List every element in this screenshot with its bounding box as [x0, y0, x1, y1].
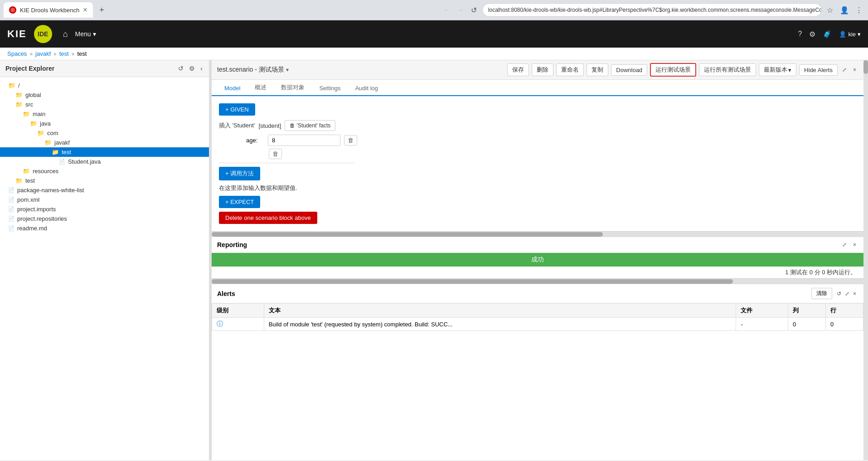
tree-item[interactable]: 📄project.imports: [0, 204, 209, 214]
tab-数据对象[interactable]: 数据对象: [274, 80, 312, 96]
breadcrumb-sep2: »: [53, 51, 57, 57]
student-facts-button[interactable]: 🗑 'Student' facts: [285, 120, 335, 131]
breadcrumb-test1[interactable]: test: [59, 50, 69, 57]
horizontal-scrollbar[interactable]: [212, 231, 863, 237]
app-header: KIE IDE ⌂ Menu ▾ ? ⚙ 🧳 👤 kie ▾: [0, 20, 868, 48]
add-field-button[interactable]: 🗑: [269, 149, 282, 159]
sidebar-refresh-icon[interactable]: ↺: [177, 64, 184, 73]
given-row: 插入 'Student' [student] 🗑 'Student' facts: [219, 120, 856, 131]
tree-item[interactable]: 📁main: [0, 109, 209, 119]
alerts-expand-icon[interactable]: ⤢: [843, 290, 851, 298]
tree-item[interactable]: 📄package-names-white-list: [0, 185, 209, 195]
ide-badge: IDE: [34, 25, 52, 43]
tree-item-label: Student.java: [68, 158, 101, 165]
tree-item[interactable]: 📁src: [0, 100, 209, 109]
hide-alerts-button[interactable]: Hide Alerts: [799, 64, 838, 76]
more-icon[interactable]: ⋮: [853, 5, 864, 15]
alerts-close-icon[interactable]: ×: [851, 290, 858, 298]
reporting-scroll-area[interactable]: [212, 278, 863, 284]
tree-item-label: global: [25, 92, 41, 98]
alerts-refresh-icon[interactable]: ↺: [835, 290, 843, 298]
expand-editor-icon[interactable]: ⤢: [840, 66, 849, 74]
address-bar[interactable]: localhost:8080/kie-drools-wb/kie-drools-…: [482, 3, 822, 17]
question-icon[interactable]: ?: [798, 30, 802, 38]
success-bar: 成功: [212, 253, 863, 267]
browser-controls: ← → ↺: [441, 5, 480, 15]
tree-item[interactable]: 📄readme.md: [0, 223, 209, 233]
tree-item-label: package-names-white-list: [17, 187, 84, 194]
address-text: localhost:8080/kie-drools-wb/kie-drools-…: [488, 7, 822, 13]
profile-icon[interactable]: 👤: [839, 5, 850, 15]
close-editor-icon[interactable]: ×: [851, 66, 858, 74]
tree-item-label: test: [25, 177, 35, 184]
tab-close-btn[interactable]: ×: [83, 6, 87, 14]
right-scrollbar[interactable]: [863, 60, 868, 460]
breadcrumb-sep1: »: [29, 51, 33, 57]
given-button[interactable]: + GIVEN: [219, 103, 255, 116]
invoke-button[interactable]: + 调用方法: [219, 167, 260, 180]
briefcase-icon[interactable]: 🧳: [823, 30, 832, 39]
tree-item[interactable]: 📁com: [0, 128, 209, 138]
sidebar-tree: 📁/📁global📁src📁main📁java📁com📁javakf📁test📄…: [0, 77, 209, 460]
tree-item[interactable]: 📁resources: [0, 166, 209, 176]
tab-bar: Model概述数据对象SettingsAudit log: [212, 80, 863, 96]
run-test-button[interactable]: 运行测试场景: [650, 63, 696, 77]
save-button[interactable]: 保存: [507, 63, 529, 76]
age-input[interactable]: [268, 135, 340, 146]
gear-icon[interactable]: ⚙: [809, 30, 815, 39]
tree-item[interactable]: 📁java: [0, 119, 209, 128]
alerts-title: Alerts: [217, 290, 811, 297]
tree-item[interactable]: 📁javakf: [0, 138, 209, 147]
browser-tab[interactable]: KIE Drools Workbench ×: [4, 2, 93, 18]
tree-item-label: project.repositories: [17, 215, 67, 222]
tree-item-label: pom.xml: [17, 196, 39, 203]
col-col: 列: [788, 304, 826, 318]
breadcrumb-sep3: »: [72, 51, 75, 57]
alerts-header: Alerts 清除 ↺ ⤢ ×: [212, 284, 863, 303]
home-icon[interactable]: ⌂: [63, 29, 68, 39]
back-button[interactable]: ←: [441, 5, 452, 15]
delete-scenario-button[interactable]: Delete one scenario block above: [219, 212, 317, 224]
sidebar-collapse-icon[interactable]: ‹: [199, 64, 204, 73]
reporting-close-icon[interactable]: ×: [851, 241, 858, 249]
tree-item[interactable]: 📁test: [0, 176, 209, 185]
refresh-button[interactable]: ↺: [469, 5, 480, 15]
tab-settings[interactable]: Settings: [312, 81, 348, 96]
expect-button[interactable]: + EXPECT: [219, 196, 260, 208]
new-tab-button[interactable]: +: [96, 4, 108, 16]
tree-item[interactable]: 📄Student.java: [0, 157, 209, 166]
sidebar-settings-icon[interactable]: ⚙: [188, 64, 196, 73]
tree-item[interactable]: 📁/: [0, 81, 209, 90]
tab-model[interactable]: Model: [217, 81, 247, 96]
latest-version-group: 最新版本 ▾: [759, 63, 796, 76]
tree-item[interactable]: 📁test: [0, 147, 209, 157]
col-file: 文件: [736, 304, 788, 318]
forward-button[interactable]: →: [455, 5, 466, 15]
tree-item[interactable]: 📄project.repositories: [0, 214, 209, 223]
title-dropdown-icon[interactable]: ▾: [286, 67, 289, 73]
sidebar-title: Project Explorer: [5, 65, 177, 72]
tree-item[interactable]: 📄pom.xml: [0, 195, 209, 204]
bookmark-icon[interactable]: ☆: [824, 5, 835, 15]
project-explorer: Project Explorer ↺ ⚙ ‹ 📁/📁global📁src📁mai…: [0, 60, 209, 460]
tree-item[interactable]: 📁global: [0, 90, 209, 100]
breadcrumb-javakf[interactable]: javakf: [35, 50, 51, 57]
content-area: test.scenario - 测试场景 ▾ 保存 删除 重命名 复制 Down…: [212, 60, 863, 460]
latest-button[interactable]: 最新版本 ▾: [759, 63, 796, 76]
reporting-expand-icon[interactable]: ⤢: [840, 241, 849, 249]
tree-item-label: resources: [33, 168, 58, 175]
download-button[interactable]: Download: [611, 64, 647, 76]
tab-audit log[interactable]: Audit log: [348, 81, 385, 96]
menu-button[interactable]: Menu ▾: [75, 30, 96, 38]
breadcrumb-spaces[interactable]: Spaces: [7, 50, 27, 57]
user-button[interactable]: 👤 kie ▾: [839, 31, 861, 38]
tab-favicon: [9, 6, 16, 14]
delete-age-button[interactable]: 🗑: [344, 135, 357, 146]
tab-概述[interactable]: 概述: [247, 80, 274, 96]
clear-button[interactable]: 清除: [811, 288, 832, 299]
reporting-title: Reporting: [217, 241, 840, 248]
copy-button[interactable]: 复制: [587, 63, 608, 76]
run-all-button[interactable]: 运行所有测试场景: [699, 63, 756, 76]
delete-button[interactable]: 删除: [532, 63, 553, 76]
rename-button[interactable]: 重命名: [556, 63, 584, 76]
